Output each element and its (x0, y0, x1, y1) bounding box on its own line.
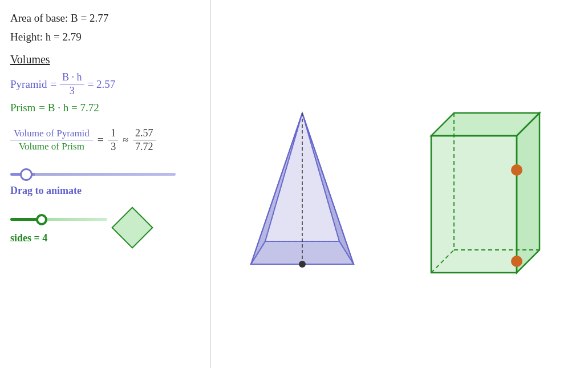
sides-label: sides = 4 (10, 232, 107, 244)
pyramid-container (240, 76, 365, 293)
prism-svg (414, 79, 557, 290)
volumes-heading: Volumes (10, 53, 50, 66)
diamond-shape (111, 207, 153, 249)
pyramid-svg (242, 82, 362, 287)
prism-container (411, 76, 559, 293)
ratio-one: 1 (108, 127, 118, 140)
ratio-value-fraction: 2.57 7.72 (133, 127, 156, 154)
sides-slider-group: sides = 4 (10, 212, 107, 244)
height-label: Height: h = 2.79 (10, 29, 199, 46)
sides-slider-track (10, 218, 107, 221)
prism-formula-line: Prism = B · h = 7.72 (10, 102, 199, 114)
right-panel (211, 0, 588, 368)
svg-marker-9 (431, 136, 517, 273)
left-panel: Area of base: B = 2.77 Height: h = 2.79 … (0, 0, 211, 368)
ratio-equals: = (98, 134, 104, 147)
area-label: Area of base: B = 2.77 (10, 10, 199, 27)
pyramid-value: = 2.57 (88, 78, 116, 91)
ratio-three: 3 (108, 140, 118, 153)
animation-slider-track (10, 173, 176, 176)
animation-slider-container[interactable] (10, 167, 176, 183)
svg-point-15 (511, 164, 522, 176)
ratio-value-den: 7.72 (133, 140, 156, 153)
volumes-section: Volumes Pyramid = B · h 3 = 2.57 Prism =… (10, 53, 199, 118)
ratio-approx: ≈ (123, 134, 128, 146)
animation-slider-section: Drag to animate (10, 167, 199, 203)
ratio-bottom: Volume of Prism (15, 140, 88, 153)
pyramid-label: Pyramid (10, 78, 47, 91)
prism-label: Prism (10, 102, 35, 114)
ratio-section: Volume of Pyramid Volume of Prism = 1 3 … (10, 127, 199, 154)
drag-label: Drag to animate (10, 185, 199, 197)
sides-text: sides = 4 (10, 232, 47, 244)
prism-formula: = B · h = 7.72 (39, 102, 99, 114)
pyramid-formula-line: Pyramid = B · h 3 = 2.57 (10, 71, 199, 98)
pyramid-numerator: B · h (60, 71, 84, 84)
svg-point-16 (511, 256, 522, 267)
svg-marker-11 (517, 113, 540, 273)
pyramid-fraction: B · h 3 (60, 71, 84, 98)
sides-slider-container[interactable] (10, 212, 107, 228)
ratio-one-third: 1 3 (108, 127, 118, 154)
ratio-top: Volume of Pyramid (10, 127, 93, 140)
svg-point-8 (299, 261, 306, 268)
pyramid-equals: = (50, 78, 56, 91)
ratio-value-num: 2.57 (133, 127, 156, 140)
animation-slider-thumb[interactable] (20, 168, 33, 181)
pyramid-denominator: 3 (67, 84, 77, 98)
ratio-fraction: Volume of Pyramid Volume of Prism (10, 127, 93, 153)
sides-slider-thumb[interactable] (36, 214, 47, 225)
sides-section: sides = 4 (10, 212, 199, 244)
